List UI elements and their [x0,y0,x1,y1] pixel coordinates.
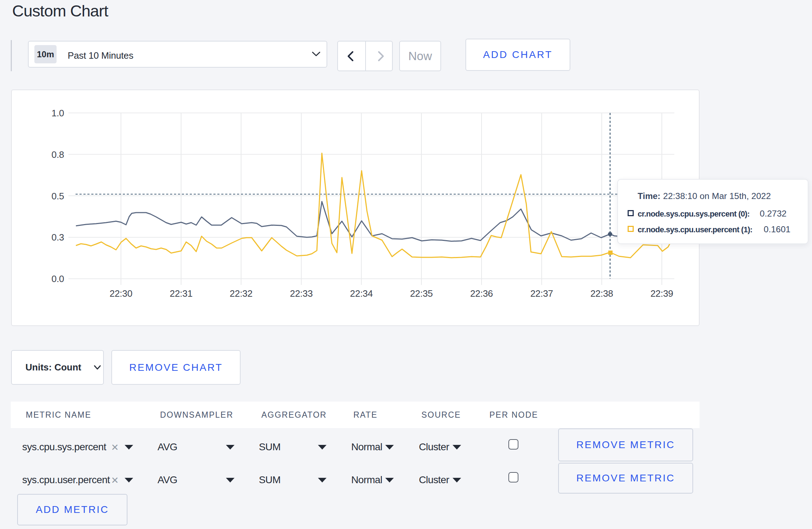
svg-text:1.0: 1.0 [52,108,64,118]
svg-text:0.5: 0.5 [52,191,64,202]
svg-text:22:34: 22:34 [350,288,373,299]
svg-text:22:30: 22:30 [110,288,132,299]
svg-text:22:33: 22:33 [290,288,313,299]
svg-text:22:32: 22:32 [230,288,253,299]
svg-text:22:38: 22:38 [590,288,613,299]
svg-text:22:37: 22:37 [530,288,553,299]
svg-text:0.0: 0.0 [52,273,64,284]
svg-text:22:31: 22:31 [170,288,193,299]
svg-text:22:35: 22:35 [410,288,433,299]
svg-text:22:39: 22:39 [651,288,673,299]
svg-text:0.8: 0.8 [52,149,64,160]
svg-text:22:36: 22:36 [470,288,493,299]
svg-text:0.3: 0.3 [52,232,64,243]
